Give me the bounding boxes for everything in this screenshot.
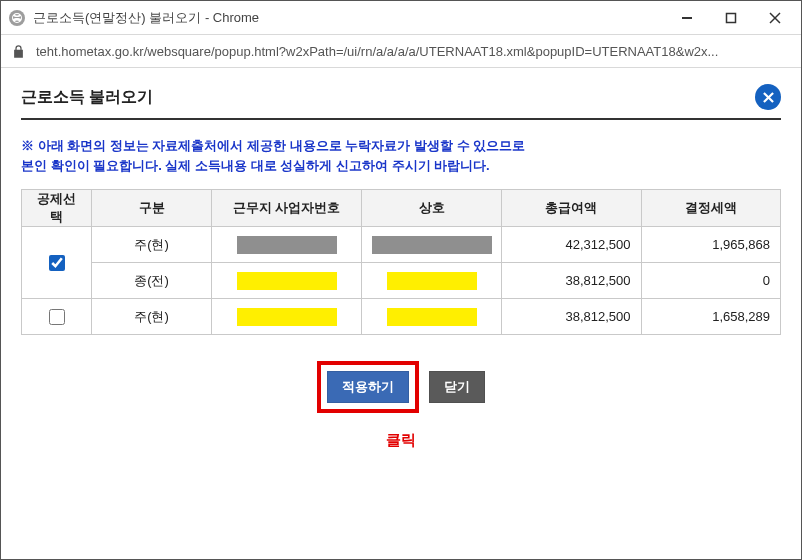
close-button[interactable]: 닫기 (429, 371, 485, 403)
cell-type: 주(현) (92, 227, 212, 263)
cell-tax: 1,658,289 (641, 299, 781, 335)
cell-select (22, 299, 92, 335)
window-minimize-button[interactable] (665, 3, 709, 33)
page-title: 근로소득 불러오기 (21, 87, 153, 108)
table-row: 주(현) 42,312,500 1,965,868 (22, 227, 781, 263)
globe-icon (9, 10, 25, 26)
cell-tax: 1,965,868 (641, 227, 781, 263)
cell-select (22, 227, 92, 299)
masked-value (237, 308, 337, 326)
page-header: 근로소득 불러오기 (21, 84, 781, 120)
lock-icon (11, 44, 26, 59)
popup-close-button[interactable] (755, 84, 781, 110)
select-checkbox[interactable] (49, 255, 65, 271)
th-name: 상호 (362, 190, 502, 227)
cell-name (362, 227, 502, 263)
masked-value (372, 236, 492, 254)
notice-text: ※ 아래 화면의 정보는 자료제출처에서 제공한 내용으로 누락자료가 발생할 … (21, 136, 781, 175)
cell-type: 종(전) (92, 263, 212, 299)
masked-value (387, 308, 477, 326)
window-maximize-button[interactable] (709, 3, 753, 33)
table-row: 종(전) 38,812,500 0 (22, 263, 781, 299)
window-titlebar: 근로소득(연말정산) 불러오기 - Chrome (1, 1, 801, 35)
cell-pay: 38,812,500 (502, 299, 642, 335)
income-table: 공제선택 구분 근무지 사업자번호 상호 총급여액 결정세액 주(현) (21, 189, 781, 335)
th-biz-no: 근무지 사업자번호 (212, 190, 362, 227)
cell-pay: 38,812,500 (502, 263, 642, 299)
url-text[interactable]: teht.hometax.go.kr/websquare/popup.html?… (36, 44, 791, 59)
cell-tax: 0 (641, 263, 781, 299)
cell-biz-no (212, 299, 362, 335)
th-tax: 결정세액 (641, 190, 781, 227)
titlebar-left: 근로소득(연말정산) 불러오기 - Chrome (9, 9, 259, 27)
select-checkbox[interactable] (49, 309, 65, 325)
url-bar: teht.hometax.go.kr/websquare/popup.html?… (1, 35, 801, 68)
window-title: 근로소득(연말정산) 불러오기 - Chrome (33, 9, 259, 27)
notice-line-1: ※ 아래 화면의 정보는 자료제출처에서 제공한 내용으로 누락자료가 발생할 … (21, 138, 525, 153)
close-button-wrap: 닫기 (429, 361, 485, 413)
window-close-button[interactable] (753, 3, 797, 33)
cell-biz-no (212, 263, 362, 299)
cell-name (362, 263, 502, 299)
click-annotation: 클릭 (21, 431, 781, 450)
cell-biz-no (212, 227, 362, 263)
th-select: 공제선택 (22, 190, 92, 227)
apply-highlight-box: 적용하기 (317, 361, 419, 413)
apply-button[interactable]: 적용하기 (327, 371, 409, 403)
cell-type: 주(현) (92, 299, 212, 335)
masked-value (237, 236, 337, 254)
notice-line-2: 본인 확인이 필요합니다. 실제 소득내용 대로 성실하게 신고하여 주시기 바… (21, 158, 490, 173)
footer-buttons: 적용하기 닫기 (21, 361, 781, 413)
cell-name (362, 299, 502, 335)
page-content: 근로소득 불러오기 ※ 아래 화면의 정보는 자료제출처에서 제공한 내용으로 … (1, 68, 801, 470)
th-type: 구분 (92, 190, 212, 227)
masked-value (387, 272, 477, 290)
masked-value (237, 272, 337, 290)
cell-pay: 42,312,500 (502, 227, 642, 263)
window-controls (665, 3, 797, 33)
table-header-row: 공제선택 구분 근무지 사업자번호 상호 총급여액 결정세액 (22, 190, 781, 227)
svg-rect-1 (727, 13, 736, 22)
th-pay: 총급여액 (502, 190, 642, 227)
table-row: 주(현) 38,812,500 1,658,289 (22, 299, 781, 335)
